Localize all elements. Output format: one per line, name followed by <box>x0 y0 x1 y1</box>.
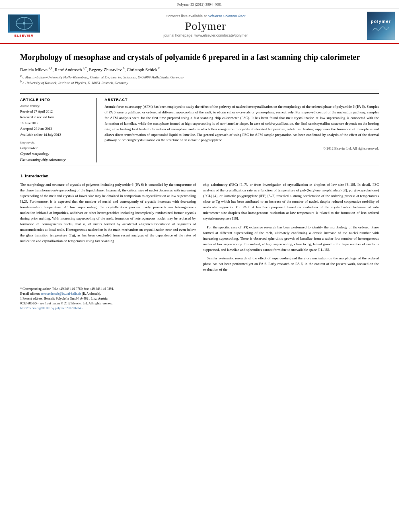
elsevier-logo-area: ELSEVIER <box>0 8 48 43</box>
author-3: Evgeny Zhuravlev b <box>89 67 124 72</box>
divider-body <box>20 166 379 166</box>
journal-title-area: Contents lists available at SciVerse Sci… <box>48 8 363 43</box>
body-columns: The morphology and structure of crystals… <box>20 182 379 276</box>
footnote-email-link[interactable]: rene.androsch@iw.uni-halle.de <box>41 292 81 296</box>
abstract-text: Atomic force microscopy (AFM) has been e… <box>105 104 379 144</box>
footnote-email: E-mail address: rene.androsch@iw.uni-hal… <box>20 292 379 296</box>
sciverse-link[interactable]: SciVerse ScienceDirect <box>208 14 245 18</box>
footnote-doi: http://dx.doi.org/10.1016/j.polymer.2012… <box>20 306 379 311</box>
affiliation-a: a a Martin-Luther-University Halle-Witte… <box>20 74 379 80</box>
date-online: Available online 14 July 2012 <box>20 132 91 138</box>
journal-citation: Polymer 53 (2012) 3994–4001 <box>177 2 222 6</box>
footnote-doi-link[interactable]: http://dx.doi.org/10.1016/j.polymer.2012… <box>20 306 82 310</box>
section-1-title: 1. Introduction <box>20 173 379 178</box>
footnotes: * Corresponding author. Tel.: +49 3461 4… <box>20 284 379 311</box>
abstract-heading: ABSTRACT <box>105 98 379 102</box>
keywords-list: Polyamide 6 Crystal morphology Fast scan… <box>20 145 91 162</box>
body-col-right: chip calorimetry (FSC) [3–7], or from in… <box>203 182 379 276</box>
article-info-heading: ARTICLE INFO <box>20 98 91 102</box>
section-1: 1. Introduction The morphology and struc… <box>20 173 379 276</box>
elsevier-logo: ELSEVIER <box>8 14 40 37</box>
elsevier-logo-image <box>8 14 40 33</box>
date-accepted: Accepted 23 June 2012 <box>20 126 91 131</box>
article-dates: Received 27 April 2012 Received in revis… <box>20 109 91 138</box>
article-info-panel: ARTICLE INFO Article history: Received 2… <box>20 98 97 162</box>
date-received: Received 27 April 2012 <box>20 109 91 114</box>
date-revised: 18 June 2012 <box>20 120 91 126</box>
elsevier-text: ELSEVIER <box>14 34 34 37</box>
main-content: Morphology of mesophase and crystals of … <box>0 44 399 319</box>
author-2: René Androsch a,* <box>55 67 87 72</box>
copyright-line: © 2012 Elsevier Ltd. All rights reserved… <box>105 146 379 150</box>
divider-top <box>20 90 379 90</box>
keywords-label: Keywords: <box>20 141 91 144</box>
polymer-logo-box: polymer <box>367 12 395 40</box>
affiliations: a a Martin-Luther-University Halle-Witte… <box>20 74 379 86</box>
date-revised-label: Received in revised form <box>20 114 91 120</box>
journal-name: Polymer <box>185 20 226 33</box>
intro-para-2: chip calorimetry (FSC) [3–7], or from in… <box>203 182 379 222</box>
author-1: Daniela Mileva a,1 <box>20 67 52 72</box>
history-label: Article history: <box>20 104 91 108</box>
page-wrapper: Polymer 53 (2012) 3994–4001 ELSEVIER <box>0 0 399 532</box>
abstract-section: ABSTRACT Atomic force microscopy (AFM) h… <box>105 98 379 162</box>
footnote-corresponding: * Corresponding author. Tel.: +49 3461 4… <box>20 287 379 292</box>
article-info-abstract: ARTICLE INFO Article history: Received 2… <box>20 93 379 162</box>
polymer-logo-text: polymer <box>371 19 391 24</box>
authors-line: Daniela Mileva a,1, René Androsch a,*, E… <box>20 66 379 72</box>
footnote-present-address: 1 Present address: Borealis Polyolefin G… <box>20 296 379 301</box>
svg-point-4 <box>23 22 25 25</box>
intro-para-3: For the specific case of iPP, extensive … <box>203 225 379 253</box>
journal-header: ELSEVIER Contents lists available at Sci… <box>0 8 399 44</box>
affiliation-b: b b University of Rostock, Institute of … <box>20 80 379 86</box>
sciverse-line: Contents lists available at SciVerse Sci… <box>166 14 245 18</box>
intro-para-4: Similar systematic research of the effec… <box>203 256 379 273</box>
footnote-issn: 0032-3861/$ – see front matter © 2012 El… <box>20 301 379 306</box>
polymer-logo-area: polymer <box>363 8 399 43</box>
journal-homepage: journal homepage: www.elsevier.com/locat… <box>163 33 248 37</box>
author-4: Christoph Schick b <box>127 67 160 72</box>
keywords-section: Keywords: Polyamide 6 Crystal morphology… <box>20 141 91 162</box>
intro-para-1: The morphology and structure of crystals… <box>20 182 196 244</box>
keyword-3: Fast scanning chip calorimetry <box>20 157 91 162</box>
article-title: Morphology of mesophase and crystals of … <box>20 52 379 62</box>
body-col-left: The morphology and structure of crystals… <box>20 182 196 276</box>
top-bar: Polymer 53 (2012) 3994–4001 <box>0 0 399 8</box>
keyword-2: Crystal morphology <box>20 151 91 156</box>
keyword-1: Polyamide 6 <box>20 145 91 151</box>
